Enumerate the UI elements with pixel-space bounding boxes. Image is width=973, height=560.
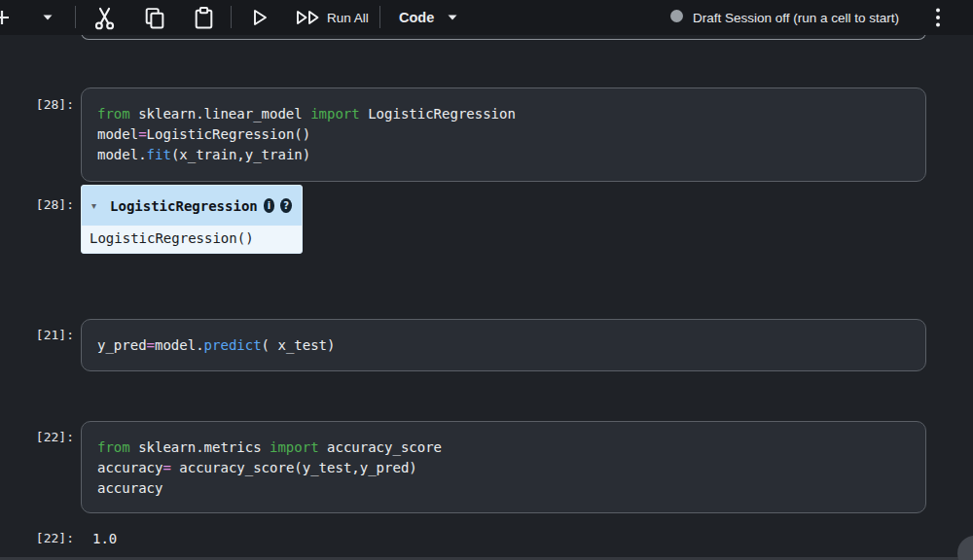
notebook-toolbar: Run All Code Draft Session off (run a ce… xyxy=(0,0,973,35)
code-editor[interactable]: from sklearn.linear_model import Logisti… xyxy=(97,104,910,165)
execution-count: [28]: xyxy=(27,197,74,212)
copy-icon xyxy=(142,6,166,30)
clipboard-icon xyxy=(192,6,216,30)
session-status-text: Draft Session off (run a cell to start) xyxy=(693,0,899,35)
code-cell[interactable]: y_pred=model.predict( x_test) xyxy=(81,319,926,371)
execution-count: [28]: xyxy=(27,97,74,112)
chevron-down-icon xyxy=(42,14,54,21)
code-cell[interactable]: from sklearn.linear_model import Logisti… xyxy=(81,88,926,182)
toolbar-separator xyxy=(231,6,232,28)
cell-output-value: 1.0 xyxy=(92,531,117,546)
copy-cell-button[interactable] xyxy=(140,4,167,31)
play-icon xyxy=(247,6,270,29)
toolbar-separator xyxy=(379,6,380,28)
session-status-icon xyxy=(670,10,683,22)
code-editor[interactable]: from sklearn.metrics import accuracy_sco… xyxy=(97,438,910,499)
cell-type-dropdown[interactable] xyxy=(444,13,461,22)
run-all-label[interactable]: Run All xyxy=(327,0,369,35)
collapse-toggle-icon[interactable]: ▾ xyxy=(91,200,96,211)
scroll-fab-button[interactable] xyxy=(957,536,973,560)
code-cell[interactable]: from sklearn.metrics import accuracy_sco… xyxy=(81,421,926,513)
estimator-repr: LogisticRegression() xyxy=(82,226,302,253)
toolbar-separator xyxy=(75,6,76,28)
add-cell-dropdown[interactable] xyxy=(39,13,56,22)
chevron-down-icon xyxy=(447,14,458,21)
estimator-title: LogisticRegression xyxy=(110,198,258,214)
kebab-menu-icon xyxy=(935,7,941,28)
paste-cell-button[interactable] xyxy=(190,4,217,31)
code-editor[interactable]: y_pred=model.predict( x_test) xyxy=(97,335,910,356)
more-options-button[interactable] xyxy=(928,5,948,30)
estimator-output-widget: ▾ LogisticRegression i ? LogisticRegress… xyxy=(81,185,303,254)
add-cell-button[interactable] xyxy=(0,7,13,28)
scissors-icon xyxy=(91,5,118,31)
info-icon[interactable]: i xyxy=(264,198,275,213)
execution-count: [22]: xyxy=(27,531,74,545)
plus-icon xyxy=(0,8,12,27)
cell-type-select[interactable]: Code xyxy=(399,0,434,35)
estimator-header[interactable]: ▾ LogisticRegression i ? xyxy=(82,186,302,226)
fast-forward-icon xyxy=(293,6,324,29)
run-all-button[interactable] xyxy=(292,4,325,31)
help-icon[interactable]: ? xyxy=(280,198,292,213)
cut-cell-button[interactable] xyxy=(90,3,119,32)
execution-count: [22]: xyxy=(27,430,74,444)
execution-count: [21]: xyxy=(27,328,74,342)
run-cell-button[interactable] xyxy=(245,4,272,31)
